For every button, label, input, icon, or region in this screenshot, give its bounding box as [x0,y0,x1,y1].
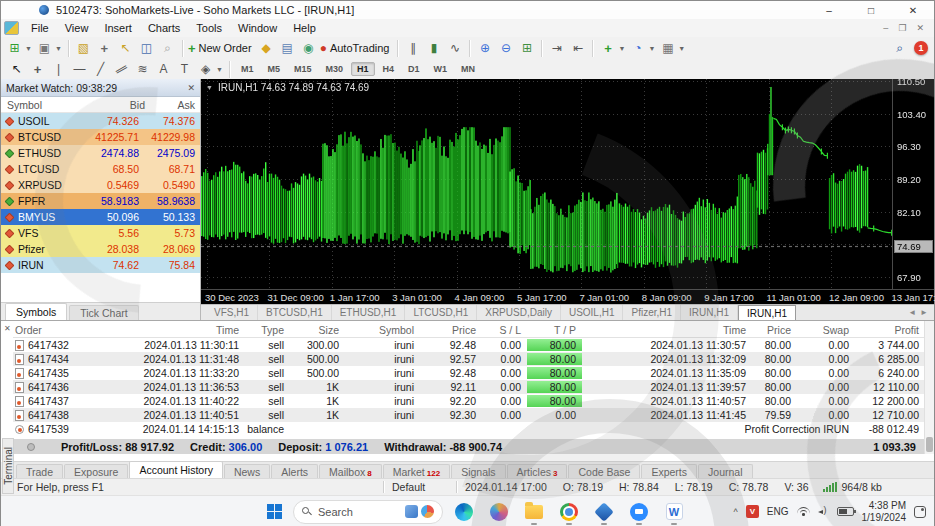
column-type[interactable]: Type [245,324,290,336]
market-watch-row-usoil[interactable]: USOIL74.32674.376 [1,113,200,129]
order-row-6417437[interactable]: 64174372024.01.13 11:40:22sell1Kiruni92.… [13,394,924,408]
chart-tab-irun-h1[interactable]: IRUN,H1 [738,305,796,321]
chart-tab-vfs-h1[interactable]: VFS,H1 [206,305,258,320]
terminal-tab-exposure[interactable]: Exposure [64,464,128,478]
trendline-tool-button[interactable]: ╱ [91,60,110,79]
profiles-button[interactable]: ▣ [35,39,54,58]
market-watch-row-ltcusd[interactable]: LTCUSD68.5068.71 [1,161,200,177]
market-watch-close-icon[interactable]: ✕ [187,83,195,93]
chart-tab-usoil-h1[interactable]: USOIL,H1 [561,305,624,320]
crosshair-cursor-button[interactable]: + [95,39,114,58]
fibonacci-tool-button[interactable]: ≋ [133,60,152,79]
price-axis[interactable]: 110.50103.4096.3089.2082.1067.9074.69 [892,79,934,289]
close-button[interactable]: ✕ [892,1,934,19]
price-chart-canvas[interactable] [201,79,894,289]
status-profile[interactable]: Default [384,481,456,493]
taskbar-app-edge[interactable] [451,499,477,525]
menu-insert[interactable]: Insert [96,19,140,37]
menu-view[interactable]: View [57,19,97,37]
periods-dropdown-icon[interactable]: ▼ [648,45,655,52]
column-time[interactable]: Time [582,324,752,336]
speaker-icon[interactable] [818,507,829,517]
timeframe-h4[interactable]: H4 [377,62,401,76]
arrows-tool-button[interactable]: ◈ [196,60,215,79]
chart-window-button[interactable]: ◫ [137,39,156,58]
market-watch-row-irun[interactable]: IRUN74.6275.84 [1,257,200,273]
column-ask[interactable]: Ask [145,99,200,111]
chart-tab-xrpusd-daily[interactable]: XRPUSD,Daily [477,305,561,320]
notification-badge[interactable]: 1 [914,41,928,55]
taskbar-app-zoom[interactable] [626,499,652,525]
menu-tools[interactable]: Tools [188,19,230,37]
battery-icon[interactable] [837,507,854,516]
column-profit[interactable]: Profit [855,324,925,336]
profiles-dropdown-icon[interactable]: ▼ [55,45,62,52]
indicators-button[interactable]: + [598,39,617,58]
order-row-6417436[interactable]: 64174362024.01.13 11:36:53sell1Kiruni92.… [13,380,924,394]
market-watch-header[interactable]: Market Watch: 09:38:29 ✕ [1,79,200,97]
taskbar-app-w-app[interactable]: W [661,499,687,525]
print-button[interactable]: ▤ [278,39,297,58]
indicators-dropdown-icon[interactable]: ▼ [618,45,625,52]
terminal-tab-mailbox[interactable]: Mailbox8 [319,464,382,478]
new-order-button[interactable]: +New Order [188,39,255,58]
wifi-icon[interactable] [797,507,810,517]
start-button[interactable] [263,501,285,523]
scroll-right-icon[interactable]: ► [920,308,928,317]
periods-button[interactable]: ◔ [628,39,647,58]
chart-tab-ethusd-h1[interactable]: ETHUSD,H1 [332,305,406,320]
balance-row-6417539[interactable]: 64175392024.01.14 14:15:13balanceProfit … [13,422,924,436]
column-sl[interactable]: S / L [482,324,527,336]
market-watch-row-xrpusd[interactable]: XRPUSD0.54690.5490 [1,177,200,193]
market-watch-row-bmyus[interactable]: BMYUS50.09650.133 [1,209,200,225]
menu-window[interactable]: Window [230,19,285,37]
order-row-6417438[interactable]: 64174382024.01.13 11:40:51sell1Kiruni92.… [13,408,924,422]
terminal-tab-experts[interactable]: Experts [641,464,697,478]
market-watch-row-fpfr[interactable]: FPFR58.918358.9638 [1,193,200,209]
terminal-tab-journal[interactable]: Journal [698,464,752,478]
menu-file[interactable]: File [23,19,57,37]
tab-symbols[interactable]: Symbols [5,303,67,320]
terminal-tab-market[interactable]: Market122 [383,464,450,478]
timeframe-w1[interactable]: W1 [428,62,454,76]
chart-area[interactable]: ▼ IRUN,H1 74.63 74.89 74.63 74.69 110.50… [201,79,934,304]
market-watch-row-vfs[interactable]: VFS5.565.73 [1,225,200,241]
horizontal-line-tool-button[interactable]: ― [70,60,89,79]
market-watch-row-ethusd[interactable]: ETHUSD2474.882475.09 [1,145,200,161]
column-price[interactable]: Price [752,324,797,336]
maximize-button[interactable]: □ [850,1,892,19]
time-axis[interactable]: 30 Dec 202331 Dec 09:001 Jan 17:003 Jan … [201,289,934,304]
market-watch-row-pfizer[interactable]: Pfizer28.03828.069 [1,241,200,257]
chart-tab-ltcusd-h1[interactable]: LTCUSD,H1 [405,305,477,320]
timeframe-d1[interactable]: D1 [402,62,426,76]
taskbar-app-chrome[interactable] [556,499,582,525]
tab-tick-chart[interactable]: Tick Chart [69,305,138,320]
order-row-6417434[interactable]: 64174342024.01.13 11:31:48sell500.00irun… [13,352,924,366]
arrows-tool-dropdown-icon[interactable]: ▼ [216,66,223,73]
column-time[interactable]: Time [105,324,245,336]
order-row-6417435[interactable]: 64174352024.01.13 11:33:20sell500.00irun… [13,366,924,380]
terminal-tab-account-history[interactable]: Account History [129,461,223,478]
templates-button[interactable]: ▦ [658,39,677,58]
candlestick-mode-button[interactable]: ▮ [424,39,443,58]
chart-tab-pfizer-h1[interactable]: Pfizer,H1 [623,305,681,320]
timeframe-m5[interactable]: M5 [261,62,286,76]
chart-tab-btcusd-h1[interactable]: BTCUSD,H1 [258,305,332,320]
tile-windows-button[interactable]: ⊞ [517,39,536,58]
chart-preview-button[interactable]: ▧ [74,39,93,58]
autotrading-button[interactable]: ●AutoTrading [320,39,393,58]
column-symbol[interactable]: Symbol [345,324,420,336]
tray-language[interactable]: ENG [767,506,789,517]
zoom-in-button[interactable]: ⊕ [475,39,494,58]
taskbar-app-file-explorer[interactable] [521,499,547,525]
cursor-tool-button[interactable]: ↖ [7,60,26,79]
channel-tool-button[interactable]: ∥ [112,60,131,79]
depth-of-market-button[interactable]: ◆ [257,39,276,58]
label-tool-button[interactable]: T [175,60,194,79]
symbol-dropdown-icon[interactable]: ▼ [206,84,213,91]
tray-antivirus-icon[interactable]: V [746,505,759,518]
timeframe-h1[interactable]: H1 [351,62,375,76]
terminal-vertical-tab[interactable]: Terminal [2,438,14,494]
timeframe-m1[interactable]: M1 [235,62,260,76]
toolbar-search-icon[interactable]: ⌕ [890,39,909,58]
